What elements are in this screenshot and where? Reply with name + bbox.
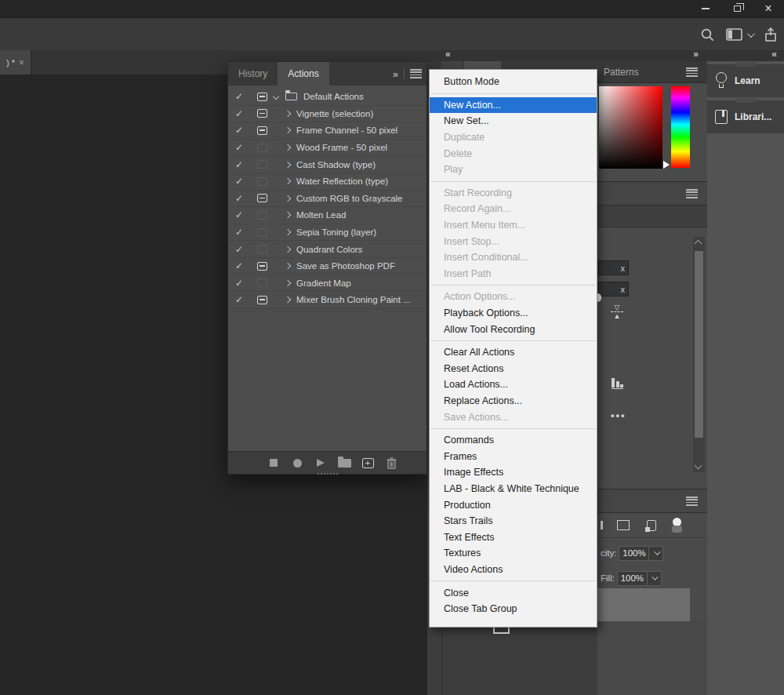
action-row[interactable]: ✓Sepia Toning (layer)	[228, 224, 426, 242]
lock-all-icon[interactable]	[672, 518, 682, 533]
include-checkmark-icon[interactable]: ✓	[235, 194, 246, 203]
dialog-toggle-icon[interactable]	[257, 228, 267, 237]
include-checkmark-icon[interactable]: ✓	[235, 92, 246, 101]
menu-item-reset-actions[interactable]: Reset Actions	[430, 361, 597, 377]
tab-patterns[interactable]: Patterns	[604, 67, 639, 78]
play-button[interactable]	[309, 452, 332, 475]
learn-panel-button[interactable]: Learn	[707, 64, 784, 97]
dialog-toggle-icon[interactable]	[257, 245, 267, 253]
record-button[interactable]	[285, 452, 309, 475]
include-checkmark-icon[interactable]: ✓	[235, 245, 246, 254]
include-checkmark-icon[interactable]: ✓	[235, 210, 246, 220]
scroll-down-icon[interactable]	[695, 462, 702, 470]
action-row[interactable]: ✓Vignette (selection)	[228, 106, 426, 123]
menu-item-commands[interactable]: Commands	[430, 432, 597, 449]
height-field[interactable]: x	[598, 282, 629, 297]
dialog-toggle-icon[interactable]	[257, 262, 267, 271]
fill-dropdown[interactable]	[648, 571, 662, 586]
dialog-toggle-icon[interactable]	[257, 126, 267, 135]
dialog-toggle-icon[interactable]	[257, 144, 267, 152]
menu-item-duplicate[interactable]: Duplicate	[430, 129, 597, 146]
menu-item-start-recording[interactable]: Start Recording	[430, 185, 597, 202]
menu-item-allow-tool-recording[interactable]: Allow Tool Recording	[430, 321, 597, 337]
menu-item-record-again[interactable]: Record Again...	[430, 201, 597, 217]
menu-item-production[interactable]: Production	[430, 497, 597, 513]
close-button[interactable]: ×	[753, 0, 784, 17]
expand-chevron-icon[interactable]	[285, 297, 291, 303]
menu-item-close[interactable]: Close	[430, 584, 597, 601]
menu-item-text-effects[interactable]: Text Effects	[430, 529, 597, 545]
more-options-icon[interactable]: •••	[611, 409, 626, 421]
menu-item-clear-all-actions[interactable]: Clear All Actions	[430, 344, 597, 361]
menu-item-lab-black-white-technique[interactable]: LAB - Black & White Technique	[430, 481, 597, 497]
menu-item-replace-actions[interactable]: Replace Actions...	[430, 393, 597, 409]
expand-chevron-icon[interactable]	[285, 178, 291, 184]
panel-menu-icon[interactable]	[686, 497, 698, 506]
expand-chevron-icon[interactable]	[285, 246, 291, 252]
include-checkmark-icon[interactable]: ✓	[235, 160, 246, 169]
delete-button[interactable]	[379, 452, 403, 475]
expand-chevron-icon[interactable]	[285, 195, 291, 202]
dialog-toggle-icon[interactable]	[257, 296, 267, 304]
expand-chevron-icon[interactable]	[285, 111, 291, 117]
share-icon[interactable]	[764, 27, 778, 42]
expand-chevron-icon[interactable]	[285, 280, 291, 286]
new-set-button[interactable]	[332, 452, 356, 475]
include-checkmark-icon[interactable]: ✓	[235, 295, 246, 304]
dialog-toggle-icon[interactable]	[257, 93, 267, 101]
menu-item-insert-conditional[interactable]: Insert Conditional...	[430, 249, 597, 266]
action-row[interactable]: ✓Custom RGB to Grayscale	[228, 191, 426, 208]
include-checkmark-icon[interactable]: ✓	[235, 109, 246, 118]
menu-item-stars-trails[interactable]: Stars Trails	[430, 513, 597, 529]
menu-item-insert-stop[interactable]: Insert Stop...	[430, 233, 597, 249]
lock-artboard-icon[interactable]	[647, 520, 656, 531]
menu-item-insert-path[interactable]: Insert Path	[430, 266, 597, 282]
lock-position-icon[interactable]	[617, 520, 630, 530]
stop-button[interactable]	[262, 452, 285, 475]
menu-item-save-actions[interactable]: Save Actions...	[430, 409, 597, 425]
restore-button[interactable]	[721, 0, 753, 17]
menu-item-new-set[interactable]: New Set...	[430, 113, 597, 129]
include-checkmark-icon[interactable]: ✓	[235, 176, 246, 186]
document-tab[interactable]: ) * ×	[0, 50, 31, 75]
panel-resize-grip[interactable]	[318, 473, 338, 475]
action-row[interactable]: ✓Cast Shadow (type)	[228, 156, 426, 173]
include-checkmark-icon[interactable]: ✓	[235, 227, 246, 237]
action-row[interactable]: ✓Molten Lead	[228, 207, 426, 224]
minimize-button[interactable]	[690, 0, 721, 17]
scrollbar[interactable]	[693, 237, 705, 472]
collapse-panels-icon[interactable]: «	[445, 49, 450, 60]
dialog-toggle-icon[interactable]	[257, 278, 267, 287]
action-set-row[interactable]: ✓Default Actions	[228, 89, 426, 106]
action-row[interactable]: ✓Water Reflection (type)	[228, 173, 426, 191]
action-row[interactable]: ✓Wood Frame - 50 pixel	[228, 140, 426, 157]
expand-chevron-icon[interactable]	[285, 212, 291, 218]
width-field[interactable]: x	[598, 260, 629, 275]
menu-item-frames[interactable]: Frames	[430, 448, 597, 464]
scroll-up-icon[interactable]	[695, 240, 702, 248]
dialog-toggle-icon[interactable]	[257, 160, 267, 169]
expand-chevron-icon[interactable]	[285, 229, 291, 235]
include-checkmark-icon[interactable]: ✓	[235, 261, 246, 271]
expand-chevron-icon[interactable]	[285, 127, 291, 133]
expand-panels-icon[interactable]: »	[693, 49, 698, 60]
hue-slider-marker[interactable]	[663, 161, 670, 169]
scrollbar-thumb[interactable]	[695, 251, 703, 438]
opacity-value[interactable]: 100%	[619, 546, 649, 561]
new-action-button[interactable]: +	[356, 452, 379, 475]
menu-item-load-actions[interactable]: Load Actions...	[430, 377, 597, 393]
action-row[interactable]: ✓Mixer Brush Cloning Paint ...	[228, 292, 426, 309]
selected-layer-row[interactable]	[597, 588, 690, 621]
menu-item-playback-options[interactable]: Playback Options...	[430, 305, 597, 322]
expand-chevron-icon[interactable]	[285, 144, 291, 151]
panel-menu-icon[interactable]	[686, 189, 698, 198]
expand-chevron-icon[interactable]	[273, 93, 279, 100]
action-row[interactable]: ✓Save as Photoshop PDF	[228, 258, 426, 275]
libraries-panel-button[interactable]: Librari...	[707, 100, 784, 133]
include-checkmark-icon[interactable]: ✓	[235, 278, 246, 288]
tab-history[interactable]: History	[228, 62, 278, 86]
panel-menu-icon[interactable]	[686, 67, 698, 77]
action-row[interactable]: ✓Frame Channel - 50 pixel	[228, 122, 426, 140]
opacity-dropdown[interactable]	[649, 546, 663, 561]
menu-item-new-action[interactable]: New Action...	[430, 97, 597, 114]
